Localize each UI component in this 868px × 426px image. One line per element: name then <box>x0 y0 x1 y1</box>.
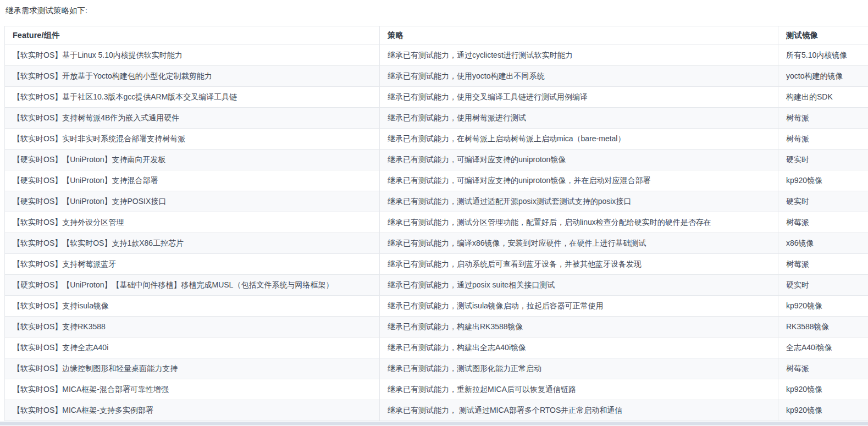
feature-cell: 【软实时OS】支持isula镜像 <box>5 296 380 317</box>
table-row: 【软实时OS】MICA框架-混合部署可靠性增强 继承已有测试能力，重新拉起MIC… <box>5 379 868 400</box>
feature-cell: 【硬实时OS】【UniProton】【基础中间件移植】移植完成MUSL（包括文件… <box>5 275 380 296</box>
header-test-image: 测试镜像 <box>778 26 868 45</box>
strategy-cell: 继承已有测试能力，测试isula镜像启动，拉起后容器可正常使用 <box>380 296 778 317</box>
strategy-cell: 继承已有测试能力，可编译对应支持的uniproton镜像 <box>380 150 778 170</box>
table-row: 【软实时OS】边缘控制图形和轻量桌面能力支持 继承已有测试能力，测试图形化能力正… <box>5 358 868 379</box>
test-image-cell: 树莓派 <box>778 108 868 129</box>
header-strategy: 策略 <box>380 26 778 45</box>
table-header-row: Feature/组件 策略 测试镜像 <box>5 26 868 45</box>
feature-cell: 【软实时OS】支持外设分区管理 <box>5 212 380 233</box>
table-row: 【软实时OS】开放基于Yocto构建包的小型化定制裁剪能力 继承已有测试能力，使… <box>5 66 868 87</box>
strategy-cell: 继承已有测试能力，在树莓派上启动树莓派上启动mica（bare-metal） <box>380 129 778 150</box>
test-image-cell: kp920镜像 <box>778 296 868 317</box>
strategy-table: Feature/组件 策略 测试镜像 【软实时OS】基于Linux 5.10内核… <box>4 26 868 421</box>
test-image-cell: 硬实时 <box>778 191 868 212</box>
strategy-cell: 继承已有测试能力，测试通过适配开源posix测试套测试支持的posix接口 <box>380 191 778 212</box>
horizontal-scrollbar[interactable] <box>0 422 868 425</box>
strategy-cell: 继承已有测试能力，编译x86镜像，安装到对应硬件，在硬件上进行基础测试 <box>380 233 778 254</box>
test-image-cell: kp920镜像 <box>778 379 868 400</box>
feature-cell: 【软实时OS】支持全志A40i <box>5 338 380 358</box>
table-row: 【硬实时OS】【UniProton】支持POSIX接口 继承已有测试能力，测试通… <box>5 191 868 212</box>
strategy-cell: 继承已有测试能力，可编译对应支持的uniproton镜像，并在启动对应混合部署 <box>380 170 778 191</box>
feature-cell: 【软实时OS】实时非实时系统混合部署支持树莓派 <box>5 129 380 150</box>
strategy-cell: 继承已有测试能力，构建出RK3588镜像 <box>380 317 778 338</box>
strategy-cell: 继承已有测试能力，启动系统后可查看到蓝牙设备，并被其他蓝牙设备发现 <box>380 254 778 275</box>
table-row: 【软实时OS】支持全志A40i 继承已有测试能力，构建出全志A40i镜像 全志A… <box>5 338 868 358</box>
table-row: 【硬实时OS】【UniProton】支持南向开发板 继承已有测试能力，可编译对应… <box>5 150 868 170</box>
test-image-cell: kp920镜像 <box>778 400 868 421</box>
feature-cell: 【软实时OS】MICA框架-混合部署可靠性增强 <box>5 379 380 400</box>
feature-cell: 【硬实时OS】【UniProton】支持南向开发板 <box>5 150 380 170</box>
test-image-cell: 构建出的SDK <box>778 87 868 108</box>
strategy-cell: 继承已有测试能力，使用交叉编译工具链进行测试用例编译 <box>380 87 778 108</box>
feature-cell: 【软实时OS】边缘控制图形和轻量桌面能力支持 <box>5 358 380 379</box>
test-image-cell: x86镜像 <box>778 233 868 254</box>
test-image-cell: 硬实时 <box>778 275 868 296</box>
page-title: 继承需求测试策略如下: <box>5 5 868 16</box>
feature-cell: 【软实时OS】支持RK3588 <box>5 317 380 338</box>
test-image-cell: 全志A40i镜像 <box>778 338 868 358</box>
table-row: 【软实时OS】支持树莓派蓝牙 继承已有测试能力，启动系统后可查看到蓝牙设备，并被… <box>5 254 868 275</box>
strategy-cell: 继承已有测试能力，使用树莓派进行测试 <box>380 108 778 129</box>
table-row: 【软实时OS】支持外设分区管理 继承已有测试能力，测试分区管理功能，配置好后，启… <box>5 212 868 233</box>
strategy-cell: 继承已有测试能力，测试分区管理功能，配置好后，启动linux检查分配给硬实时的硬… <box>380 212 778 233</box>
feature-cell: 【软实时OS】MICA框架-支持多实例部署 <box>5 400 380 421</box>
test-image-cell: 树莓派 <box>778 129 868 150</box>
feature-cell: 【软实时OS】基于Linux 5.10内核提供软实时能力 <box>5 45 380 66</box>
test-image-cell: 树莓派 <box>778 254 868 275</box>
table-row: 【软实时OS】支持RK3588 继承已有测试能力，构建出RK3588镜像 RK3… <box>5 317 868 338</box>
feature-cell: 【硬实时OS】【UniProton】支持POSIX接口 <box>5 191 380 212</box>
strategy-cell: 继承已有测试能力，使用yocto构建出不同系统 <box>380 66 778 87</box>
strategy-cell: 继承已有测试能力，通过cyclictest进行测试软实时能力 <box>380 45 778 66</box>
feature-cell: 【软实时OS】【软实时OS】支持1款X86工控芯片 <box>5 233 380 254</box>
feature-cell: 【软实时OS】基于社区10.3版本gcc提供ARM版本交叉编译工具链 <box>5 87 380 108</box>
test-image-cell: yocto构建的镜像 <box>778 66 868 87</box>
feature-cell: 【软实时OS】支持树莓派蓝牙 <box>5 254 380 275</box>
feature-cell: 【软实时OS】开放基于Yocto构建包的小型化定制裁剪能力 <box>5 66 380 87</box>
test-image-cell: 所有5.10内核镜像 <box>778 45 868 66</box>
table-row: 【硬实时OS】【UniProton】支持混合部署 继承已有测试能力，可编译对应支… <box>5 170 868 191</box>
strategy-cell: 继承已有测试能力，通过posix suite相关接口测试 <box>380 275 778 296</box>
test-image-cell: 硬实时 <box>778 150 868 170</box>
strategy-cell: 继承已有测试能力，重新拉起MICA后可以恢复通信链路 <box>380 379 778 400</box>
table-row: 【软实时OS】支持isula镜像 继承已有测试能力，测试isula镜像启动，拉起… <box>5 296 868 317</box>
feature-cell: 【硬实时OS】【UniProton】支持混合部署 <box>5 170 380 191</box>
table-row: 【软实时OS】实时非实时系统混合部署支持树莓派 继承已有测试能力，在树莓派上启动… <box>5 129 868 150</box>
strategy-table-viewport: Feature/组件 策略 测试镜像 【软实时OS】基于Linux 5.10内核… <box>4 26 868 421</box>
table-row: 【软实时OS】基于Linux 5.10内核提供软实时能力 继承已有测试能力，通过… <box>5 45 868 66</box>
test-image-cell: 树莓派 <box>778 358 868 379</box>
test-image-cell: RK3588镜像 <box>778 317 868 338</box>
strategy-cell: 继承已有测试能力，构建出全志A40i镜像 <box>380 338 778 358</box>
header-feature: Feature/组件 <box>5 26 380 45</box>
feature-cell: 【软实时OS】支持树莓派4B作为嵌入式通用硬件 <box>5 108 380 129</box>
strategy-cell: 继承已有测试能力，测试图形化能力正常启动 <box>380 358 778 379</box>
test-image-cell: 树莓派 <box>778 212 868 233</box>
table-row: 【软实时OS】MICA框架-支持多实例部署 继承已有测试能力， 测试通过MICA… <box>5 400 868 421</box>
table-row: 【软实时OS】【软实时OS】支持1款X86工控芯片 继承已有测试能力，编译x86… <box>5 233 868 254</box>
test-image-cell: kp920镜像 <box>778 170 868 191</box>
table-row: 【软实时OS】基于社区10.3版本gcc提供ARM版本交叉编译工具链 继承已有测… <box>5 87 868 108</box>
strategy-cell: 继承已有测试能力， 测试通过MICA部署多个RTOS并正常启动和通信 <box>380 400 778 421</box>
table-row: 【软实时OS】支持树莓派4B作为嵌入式通用硬件 继承已有测试能力，使用树莓派进行… <box>5 108 868 129</box>
table-row: 【硬实时OS】【UniProton】【基础中间件移植】移植完成MUSL（包括文件… <box>5 275 868 296</box>
